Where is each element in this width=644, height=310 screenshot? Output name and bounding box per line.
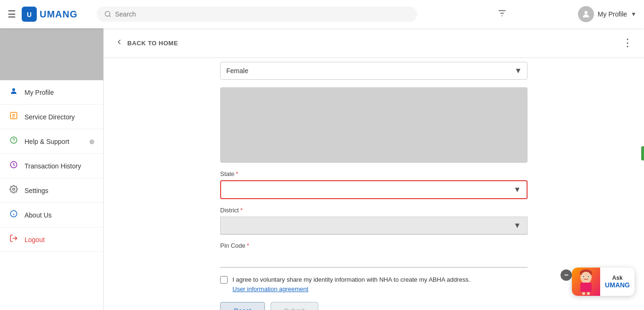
person-icon <box>8 87 19 98</box>
profile-dropdown-arrow: ▼ <box>631 11 636 17</box>
svg-point-26 <box>588 276 589 277</box>
svg-rect-27 <box>580 283 592 292</box>
back-bar: BACK TO HOME ⋮ <box>104 28 644 58</box>
avatar <box>578 6 594 22</box>
form-button-row: Reset Submit <box>220 302 528 310</box>
agreement-checkbox-row: I agree to voluntary share my identity i… <box>220 275 528 293</box>
service-directory-icon <box>8 111 19 122</box>
district-select[interactable] <box>220 217 528 235</box>
svg-point-8 <box>12 88 15 91</box>
umang-name-label: UMANG <box>605 281 630 289</box>
sidebar-my-profile-label: My Profile <box>25 89 54 96</box>
pin-code-required-marker: * <box>247 242 249 249</box>
sidebar-profile-image <box>0 28 103 80</box>
svg-line-3 <box>109 16 110 17</box>
ask-umang-avatar <box>572 268 600 296</box>
transaction-history-icon <box>8 160 19 171</box>
svg-point-25 <box>583 276 584 277</box>
pin-code-input[interactable] <box>220 252 528 268</box>
sidebar-item-my-profile[interactable]: My Profile <box>0 80 103 105</box>
svg-point-22 <box>581 272 591 282</box>
app-header: ☰ U UMANG My Profile ▼ <box>0 0 644 28</box>
district-select-wrapper: ▼ <box>220 217 528 235</box>
submit-button[interactable]: Submit <box>271 302 319 310</box>
user-information-agreement-link[interactable]: User information agreement <box>232 285 470 293</box>
main-layout: My Profile Service Directory Help & Supp… <box>0 28 644 310</box>
logo[interactable]: U UMANG <box>22 7 78 22</box>
about-us-icon <box>8 209 19 220</box>
sidebar-item-help-support[interactable]: Help & Support ⊕ <box>0 129 103 154</box>
ask-umang-widget[interactable]: − Ask UMANG <box>561 268 635 296</box>
logo-text: UMANG <box>40 9 78 20</box>
svg-text:U: U <box>27 11 32 18</box>
gender-field-group: Female Male Other ▼ <box>220 62 528 80</box>
green-accent <box>641 146 644 160</box>
logout-icon <box>8 234 19 245</box>
sidebar-about-us-label: About Us <box>25 211 52 219</box>
pin-code-field-label: Pin Code * <box>220 242 528 249</box>
sidebar-logout-label: Logout <box>25 236 45 243</box>
sidebar-item-service-directory[interactable]: Service Directory <box>0 105 103 129</box>
district-field-group: District * ▼ <box>220 207 528 235</box>
sidebar-transaction-history-label: Transaction History <box>25 162 81 170</box>
sidebar-settings-label: Settings <box>25 187 49 194</box>
agreement-text: I agree to voluntary share my identity i… <box>232 276 470 283</box>
sidebar-item-settings[interactable]: Settings <box>0 178 103 203</box>
sidebar-service-directory-label: Service Directory <box>25 113 75 121</box>
agreement-checkbox[interactable] <box>220 276 228 284</box>
help-support-expand-icon[interactable]: ⊕ <box>89 138 95 145</box>
sidebar-help-support-label: Help & Support <box>25 138 69 145</box>
help-support-icon <box>8 136 19 147</box>
umang-logo-icon: U <box>22 7 37 22</box>
svg-point-7 <box>585 11 588 14</box>
hamburger-menu-icon[interactable]: ☰ <box>8 8 16 20</box>
svg-rect-29 <box>587 292 590 295</box>
back-arrow-icon[interactable] <box>115 38 124 48</box>
profile-menu[interactable]: My Profile ▼ <box>578 6 636 22</box>
svg-point-15 <box>13 188 15 191</box>
content-image-placeholder <box>220 87 528 163</box>
pin-code-field-group: Pin Code * <box>220 242 528 268</box>
filter-icon[interactable] <box>497 8 507 21</box>
district-required-marker: * <box>240 207 243 214</box>
sidebar-item-about-us[interactable]: About Us <box>0 203 103 227</box>
more-options-icon[interactable]: ⋮ <box>622 37 633 49</box>
profile-label: My Profile <box>598 10 627 18</box>
back-to-home-label[interactable]: BACK TO HOME <box>127 40 178 47</box>
ask-umang-minimize-button[interactable]: − <box>561 269 572 281</box>
sidebar-item-logout[interactable]: Logout <box>0 227 103 252</box>
svg-rect-28 <box>582 292 585 295</box>
ask-umang-text-block: Ask UMANG <box>600 272 635 292</box>
gender-select-wrapper: Female Male Other ▼ <box>220 62 528 80</box>
sidebar: My Profile Service Directory Help & Supp… <box>0 28 104 310</box>
district-field-label: District * <box>220 207 528 214</box>
state-field-label: State * <box>220 170 528 177</box>
svg-point-2 <box>105 11 109 16</box>
state-field-group: State * ▼ <box>220 170 528 199</box>
settings-icon <box>8 185 19 196</box>
search-icon <box>104 10 111 18</box>
form-container: Female Male Other ▼ State * <box>209 62 539 310</box>
sidebar-item-transaction-history[interactable]: Transaction History <box>0 154 103 178</box>
ask-umang-box[interactable]: Ask UMANG <box>572 268 635 296</box>
state-select-wrapper: ▼ <box>220 180 528 199</box>
reset-button[interactable]: Reset <box>220 302 265 310</box>
gender-select[interactable]: Female Male Other <box>220 62 528 80</box>
search-input[interactable] <box>115 10 410 18</box>
state-required-marker: * <box>236 170 238 177</box>
ask-label: Ask <box>605 275 630 281</box>
state-select[interactable] <box>220 180 528 199</box>
search-bar[interactable] <box>97 7 417 22</box>
